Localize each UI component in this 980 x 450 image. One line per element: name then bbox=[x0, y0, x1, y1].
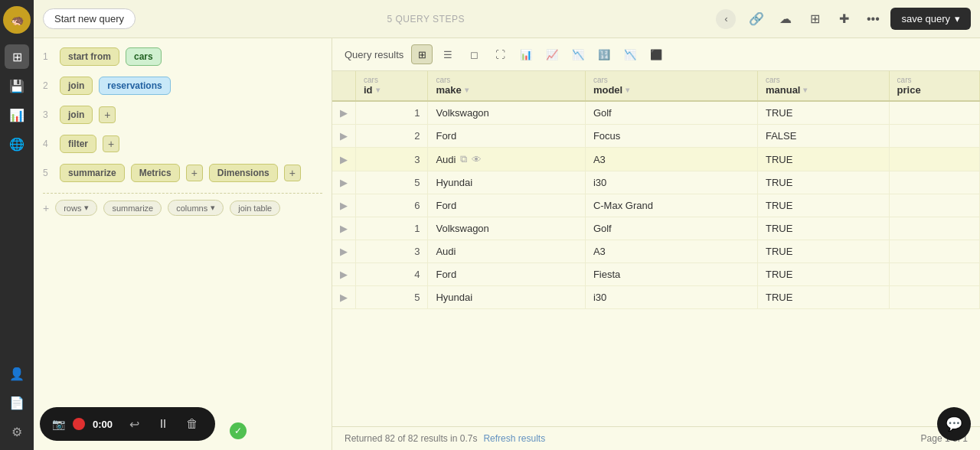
view-map-button[interactable]: ⬛ bbox=[645, 44, 667, 64]
cell-make: Volkswagon bbox=[428, 101, 585, 125]
cell-id: 6 bbox=[356, 194, 428, 217]
sidebar-icon-globe[interactable]: 🌐 bbox=[5, 132, 29, 156]
pause-button[interactable]: ⏸ bbox=[152, 413, 174, 435]
col-header-make[interactable]: cars make ▾ bbox=[428, 71, 585, 101]
step-number-4: 4 bbox=[43, 139, 54, 149]
table-row: ▶3Audi⧉👁A3TRUE bbox=[332, 148, 980, 171]
step-5-metrics-plus-button[interactable]: + bbox=[186, 165, 203, 181]
query-step-5: 5 summarize Metrics + Dimensions + bbox=[43, 164, 322, 182]
save-query-button[interactable]: save query ▾ bbox=[890, 8, 971, 30]
query-step-1: 1 start from cars bbox=[43, 47, 322, 66]
cell-price bbox=[889, 171, 979, 194]
expand-row-button[interactable]: ▶ bbox=[332, 125, 356, 148]
cell-model: Golf bbox=[585, 217, 757, 240]
col-header-manual[interactable]: cars manual ▾ bbox=[757, 71, 889, 101]
col-header-price[interactable]: cars price bbox=[889, 71, 979, 101]
collapse-panel-button[interactable]: ‹ bbox=[716, 9, 736, 29]
join-table-pill[interactable]: join table bbox=[230, 201, 280, 216]
cell-manual: TRUE bbox=[757, 263, 889, 286]
step-reservations-tag[interactable]: reservations bbox=[99, 77, 170, 95]
cell-manual: TRUE bbox=[757, 286, 889, 309]
expand-col-header bbox=[332, 71, 356, 101]
cell-id: 1 bbox=[356, 217, 428, 240]
step-join-tag-2[interactable]: join bbox=[60, 77, 93, 95]
expand-row-button[interactable]: ▶ bbox=[332, 148, 356, 171]
table-row: ▶5Hyundaii30TRUE bbox=[332, 171, 980, 194]
query-step-2: 2 join reservations bbox=[43, 77, 322, 95]
summarize-pill[interactable]: summarize bbox=[103, 201, 162, 216]
expand-row-button[interactable]: ▶ bbox=[332, 286, 356, 309]
cell-make: Ford bbox=[428, 125, 585, 148]
cell-price bbox=[889, 101, 979, 125]
cell-id: 2 bbox=[356, 125, 428, 148]
view-area-button[interactable]: 📉 bbox=[567, 44, 589, 64]
cell-make: Hyundai bbox=[428, 171, 585, 194]
cell-id: 3 bbox=[356, 148, 428, 171]
step-dimensions-tag[interactable]: Dimensions bbox=[209, 164, 278, 182]
app-logo: 🦔 bbox=[3, 6, 31, 34]
start-new-query-button[interactable]: Start new query bbox=[43, 8, 136, 29]
rows-caret-icon: ▾ bbox=[84, 203, 89, 213]
view-cell-icon[interactable]: 👁 bbox=[472, 154, 482, 165]
step-start-from-tag[interactable]: start from bbox=[60, 47, 119, 66]
columns-pill[interactable]: columns ▾ bbox=[168, 200, 224, 216]
cell-model: Focus bbox=[585, 125, 757, 148]
camera-icon[interactable]: 📷 bbox=[52, 418, 65, 430]
sidebar-icon-save[interactable]: 💾 bbox=[5, 73, 29, 98]
step-join-tag-3[interactable]: join bbox=[60, 106, 93, 124]
sidebar-icon-settings[interactable]: ⚙ bbox=[5, 419, 29, 444]
step-number-5: 5 bbox=[43, 168, 54, 178]
expand-row-button[interactable]: ▶ bbox=[332, 217, 356, 240]
left-sidebar: 🦔 ⊞ 💾 📊 🌐 👤 📄 ⚙ bbox=[0, 0, 34, 450]
table-row: ▶5Hyundaii30TRUE bbox=[332, 286, 980, 309]
delete-button[interactable]: 🗑 bbox=[181, 413, 203, 435]
bottom-plus-label: + bbox=[43, 202, 49, 214]
sidebar-icon-chart[interactable]: 📊 bbox=[5, 103, 29, 127]
step-4-plus-button[interactable]: + bbox=[103, 135, 119, 152]
sort-id-icon: ▾ bbox=[376, 86, 380, 94]
expand-row-button[interactable]: ▶ bbox=[332, 263, 356, 286]
cell-manual: TRUE bbox=[757, 240, 889, 263]
chat-button[interactable]: 💬 bbox=[937, 407, 971, 441]
col-header-model[interactable]: cars model ▾ bbox=[585, 71, 757, 101]
undo-button[interactable]: ↩ bbox=[123, 413, 145, 435]
cell-model: i30 bbox=[585, 286, 757, 309]
cell-id: 5 bbox=[356, 286, 428, 309]
results-toolbar: Query results ⊞ ☰ ◻ ⛶ 📊 📈 📉 🔢 📉 ⬛ bbox=[332, 38, 980, 71]
view-num-button[interactable]: 🔢 bbox=[593, 44, 615, 64]
cell-id: 3 bbox=[356, 240, 428, 263]
view-line-button[interactable]: 📈 bbox=[541, 44, 563, 64]
sidebar-icon-user[interactable]: 👤 bbox=[5, 361, 29, 386]
expand-row-button[interactable]: ▶ bbox=[332, 194, 356, 217]
rows-pill[interactable]: rows ▾ bbox=[55, 200, 97, 216]
add-icon-button[interactable]: ✚ bbox=[832, 8, 855, 31]
col-header-id[interactable]: cars id ▾ bbox=[356, 71, 428, 101]
expand-row-button[interactable]: ▶ bbox=[332, 171, 356, 194]
step-metrics-tag[interactable]: Metrics bbox=[131, 164, 180, 182]
copy-cell-icon[interactable]: ⧉ bbox=[460, 153, 467, 165]
query-step-3: 3 join + bbox=[43, 106, 322, 124]
step-3-plus-button[interactable]: + bbox=[99, 106, 116, 123]
step-summarize-tag[interactable]: summarize bbox=[60, 164, 125, 182]
results-table-container: cars id ▾ cars make ▾ cars model ▾ bbox=[332, 71, 980, 426]
more-icon-button[interactable]: ••• bbox=[861, 8, 884, 31]
view-scatter-button[interactable]: 📉 bbox=[619, 44, 641, 64]
step-cars-tag[interactable]: cars bbox=[126, 47, 162, 66]
expand-row-button[interactable]: ▶ bbox=[332, 101, 356, 125]
table-icon-button[interactable]: ⊞ bbox=[803, 8, 826, 31]
refresh-results-link[interactable]: Refresh results bbox=[483, 433, 545, 444]
cloud-icon-button[interactable]: ☁ bbox=[774, 8, 797, 31]
step-5-dimensions-plus-button[interactable]: + bbox=[284, 165, 301, 181]
results-panel: Query results ⊞ ☰ ◻ ⛶ 📊 📈 📉 🔢 📉 ⬛ bbox=[332, 38, 980, 450]
expand-row-button[interactable]: ▶ bbox=[332, 240, 356, 263]
step-filter-tag[interactable]: filter bbox=[60, 135, 96, 153]
link-icon-button[interactable]: 🔗 bbox=[745, 8, 768, 31]
view-list-button[interactable]: ☰ bbox=[437, 44, 459, 64]
view-table-button[interactable]: ⊞ bbox=[411, 44, 433, 64]
view-card-button[interactable]: ◻ bbox=[463, 44, 485, 64]
cell-price bbox=[889, 194, 979, 217]
view-bar-button[interactable]: 📊 bbox=[515, 44, 537, 64]
sidebar-icon-home[interactable]: ⊞ bbox=[5, 44, 29, 69]
view-pivot-button[interactable]: ⛶ bbox=[489, 44, 511, 64]
sidebar-icon-document[interactable]: 📄 bbox=[5, 390, 29, 415]
